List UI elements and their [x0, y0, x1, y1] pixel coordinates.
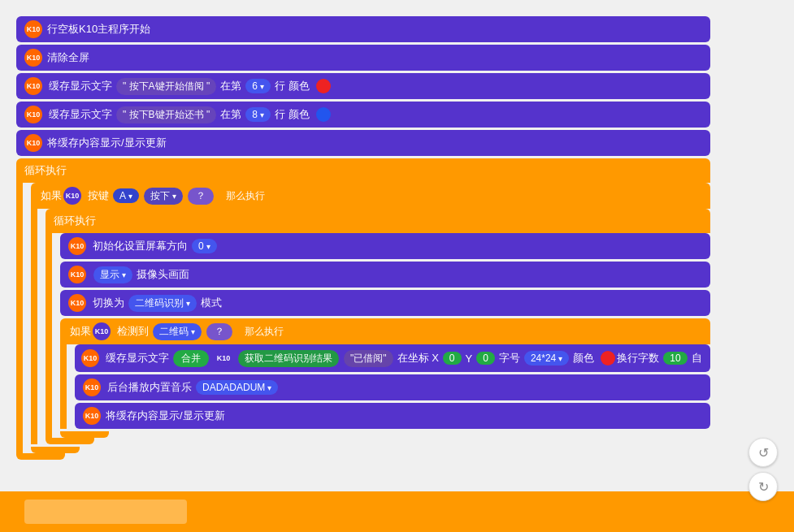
bottom-placeholder [24, 500, 187, 524]
loop-label-1: 循环执行 [24, 163, 67, 178]
block-qr-mode-prefix: 切换为 [93, 296, 124, 310]
if1-key[interactable]: A [113, 188, 139, 203]
loop-label-2: 循环执行 [54, 214, 96, 228]
block-buffer-a-mid: 在第 [220, 79, 241, 93]
if1-mid: 按键 [88, 188, 109, 203]
k10-badge-10: K10 [83, 378, 101, 396]
block-buffer-merge-colorlabel: 颜色 [573, 351, 594, 365]
bottom-bar [0, 491, 794, 532]
block-buffer-merge-coord: 在坐标 X [397, 351, 439, 365]
if2-detect: 检测到 [117, 324, 149, 339]
block-start: K10 行空板K10主程序开始 [16, 16, 710, 42]
main-canvas: K10 行空板K10主程序开始 K10 清除全屏 K10 缓存显示文字 " 按下… [0, 0, 794, 532]
if-block-1: 如果 K10 按键 A 按下 ？ 那么执行 循环执行 [31, 183, 710, 453]
block-buffer-a-color[interactable] [316, 79, 331, 93]
k10-badge-4: K10 [24, 106, 42, 123]
k10-badge-1: K10 [24, 20, 42, 38]
block-buffer-merge-x: 0 [443, 352, 462, 365]
scroll-down-button[interactable]: ↻ [748, 472, 778, 501]
if-body-1: 循环执行 K10 初始化设置屏幕方向 0 [31, 209, 710, 444]
block-buffer-merge-ylabel: Y [466, 353, 473, 365]
block-buffer-a-row[interactable]: 6 [245, 79, 271, 93]
block-update-1-label: 将缓存内容显示/显示更新 [47, 136, 167, 150]
k10-badge-6: K10 [68, 237, 86, 255]
block-clear-label: 清除全屏 [47, 50, 89, 65]
loop-footer-2 [46, 438, 94, 444]
k10-badge-7: K10 [68, 266, 86, 283]
block-start-label: 行空板K10主程序开始 [47, 22, 150, 37]
block-buffer-merge-color[interactable] [601, 351, 615, 365]
block-qr-mode-suffix: 模式 [201, 296, 222, 310]
loop-block-2: 循环执行 K10 初始化设置屏幕方向 0 [46, 209, 710, 444]
k10-badge-8: K10 [68, 294, 86, 312]
block-camera-suffix: 摄像头画面 [137, 267, 189, 282]
loop-header-1: 循环执行 [16, 158, 710, 183]
block-merge-pill: 合并 [173, 350, 209, 367]
block-buffer-b-prefix: 缓存显示文字 [49, 107, 112, 122]
scroll-up-button[interactable]: ↺ [748, 438, 778, 467]
block-init-screen-prefix: 初始化设置屏幕方向 [93, 239, 188, 253]
block-buffer-merge-prefix: 缓存显示文字 [106, 351, 169, 365]
block-qr-mode: K10 切换为 二维码识别 模式 [60, 290, 710, 316]
block-music: K10 后台播放内置音乐 DADADADUM [75, 374, 710, 400]
block-music-prefix: 后台播放内置音乐 [107, 380, 192, 395]
if2-question: ？ [206, 323, 232, 340]
block-buffer-merge-y: 0 [476, 352, 495, 365]
block-buffer-b-string: " 按下B键开始还书 " [116, 106, 216, 123]
if2-prefix: 如果 [70, 324, 91, 339]
loop-block-1: 循环执行 如果 K10 按键 A 按下 ？ 那么执行 [16, 158, 710, 460]
k10-badge-11: K10 [83, 407, 101, 425]
block-buffer-b-row[interactable]: 8 [245, 107, 271, 122]
block-buffer-a-suffix: 行 颜色 [275, 79, 310, 93]
block-buffer-a: K10 缓存显示文字 " 按下A键开始借阅 " 在第 6 行 颜色 [16, 73, 710, 99]
block-buffer-merge-fetch: 获取二维码识别结果 [238, 350, 339, 367]
if1-then: 那么执行 [221, 188, 270, 205]
k10-badge-3: K10 [24, 77, 42, 95]
block-buffer-merge: K10 缓存显示文字 合并 K10 获取二维码识别结果 "已借阅" 在坐标 X … [75, 344, 710, 372]
block-update-1: K10 将缓存内容显示/显示更新 [16, 130, 710, 156]
block-buffer-b-suffix: 行 颜色 [275, 107, 310, 122]
if1-question: ？ [188, 188, 214, 205]
if2-then: 那么执行 [240, 323, 289, 340]
block-buffer-merge-string: "已借阅" [344, 350, 393, 367]
k10-badge-2: K10 [24, 49, 42, 67]
k10-badge-5: K10 [24, 134, 42, 152]
scroll-down-icon: ↻ [758, 479, 769, 495]
block-buffer-merge-fontsize[interactable]: 24*24 [524, 351, 569, 365]
loop-footer-1 [16, 453, 65, 460]
block-update-2-label: 将缓存内容显示/显示更新 [106, 409, 225, 423]
loop-header-2: 循环执行 [46, 209, 710, 233]
loop-body-1: 如果 K10 按键 A 按下 ？ 那么执行 循环执行 [16, 183, 710, 453]
block-init-screen: K10 初始化设置屏幕方向 0 [60, 233, 710, 259]
if-header-1: 如果 K10 按键 A 按下 ？ 那么执行 [31, 183, 710, 209]
if2-badge: K10 [93, 322, 111, 340]
if1-press[interactable]: 按下 [144, 188, 183, 205]
block-buffer-b-mid: 在第 [220, 107, 241, 122]
if-footer-1 [31, 447, 80, 453]
block-buffer-merge-linenum: 10 [663, 352, 687, 365]
if-body-2: K10 缓存显示文字 合并 K10 获取二维码识别结果 "已借阅" 在坐标 X … [60, 344, 710, 429]
scroll-up-icon: ↺ [758, 445, 769, 461]
if-header-2: 如果 K10 检测到 二维码 ？ 那么执行 [60, 318, 710, 344]
block-qr-mode-mode[interactable]: 二维码识别 [128, 295, 197, 312]
block-camera: K10 显示 摄像头画面 [60, 262, 710, 288]
block-buffer-a-prefix: 缓存显示文字 [49, 79, 112, 93]
if-footer-2 [60, 431, 109, 438]
k10-badge-9: K10 [81, 349, 99, 367]
blocks-container: K10 行空板K10主程序开始 K10 清除全屏 K10 缓存显示文字 " 按下… [16, 16, 710, 462]
block-music-name[interactable]: DADADADUM [196, 380, 278, 395]
block-buffer-merge-auto: 自 [692, 351, 702, 365]
block-init-screen-value[interactable]: 0 [192, 239, 217, 253]
k10-badge-9b: K10 [215, 349, 232, 367]
block-buffer-b-color[interactable] [316, 107, 331, 122]
if2-target[interactable]: 二维码 [153, 323, 202, 340]
block-buffer-merge-font: 字号 [499, 351, 520, 365]
if1-badge: K10 [63, 187, 81, 205]
block-buffer-merge-linelabel: 换行字数 [617, 351, 659, 365]
block-buffer-a-string: " 按下A键开始借阅 " [116, 78, 216, 95]
loop-body-2: K10 初始化设置屏幕方向 0 K10 显示 摄像头画面 [46, 233, 710, 438]
if-block-2: 如果 K10 检测到 二维码 ？ 那么执行 [60, 318, 710, 438]
block-camera-prefix[interactable]: 显示 [93, 266, 132, 283]
block-buffer-b: K10 缓存显示文字 " 按下B键开始还书 " 在第 8 行 颜色 [16, 102, 710, 128]
block-clear: K10 清除全屏 [16, 45, 710, 71]
